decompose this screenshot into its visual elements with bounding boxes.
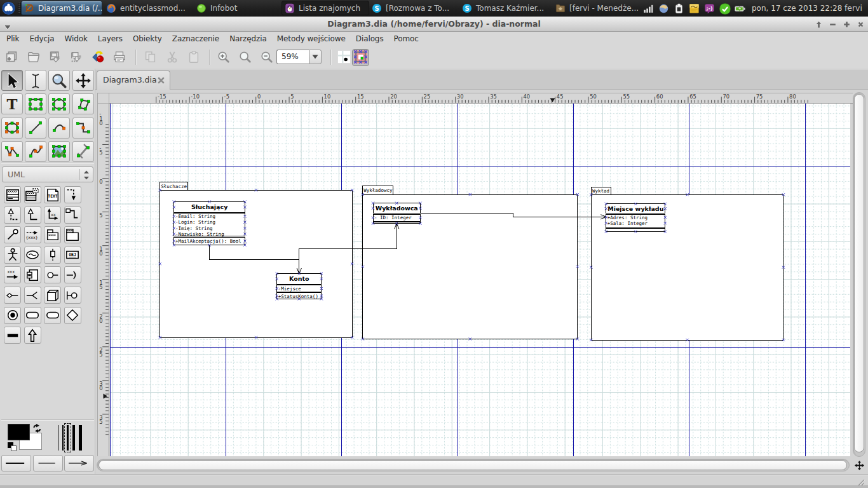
revert-button[interactable] — [91, 50, 105, 64]
applications-menu-icon[interactable] — [1, 1, 16, 15]
tool-scroll[interactable] — [72, 70, 94, 91]
shape-uml-implements[interactable] — [4, 226, 21, 243]
menu-layers[interactable]: Layers — [93, 32, 128, 46]
menu-zaznaczenie[interactable]: Zaznaczenie — [167, 32, 224, 46]
uml-class-1[interactable]: Słuchający-Email: String-Login: String-I… — [174, 202, 245, 245]
doc-open-button[interactable] — [27, 50, 41, 64]
doc-save-as-button[interactable] — [70, 50, 84, 64]
shape-uml-package-large[interactable] — [64, 226, 81, 243]
tool-polygon[interactable] — [72, 93, 94, 114]
tool-zigzagline[interactable] — [72, 118, 94, 139]
uml-class-2[interactable]: Konto-Miejsce+StatusKonta() — [277, 274, 322, 299]
tool-image[interactable] — [48, 141, 70, 162]
shape-uml-lifeline[interactable] — [44, 247, 61, 264]
menu-edycja[interactable]: Edycja — [24, 32, 59, 46]
close-button[interactable] — [854, 18, 867, 30]
zoom-in-button[interactable] — [217, 50, 231, 64]
doc-save-button[interactable] — [48, 50, 62, 64]
horizontal-scrollbar[interactable] — [97, 459, 850, 471]
doc-new-button[interactable] — [5, 50, 19, 64]
copy-button[interactable] — [144, 50, 158, 64]
line-style-button[interactable] — [33, 455, 63, 471]
shape-uml-note[interactable]: TEXT — [44, 186, 61, 203]
line-width-5[interactable] — [79, 425, 82, 451]
shape-uml-iface-provided[interactable] — [44, 266, 61, 283]
shape-uml-generalization[interactable] — [24, 207, 41, 224]
vertical-scrollbar[interactable] — [853, 92, 865, 457]
grid-toggle-button[interactable] — [337, 50, 351, 64]
arrow-end-style-button[interactable] — [64, 455, 94, 471]
clipboard-icon[interactable] — [674, 3, 684, 14]
user-menu[interactable]: fervi — [844, 0, 862, 17]
zoom-out-button[interactable] — [260, 50, 274, 64]
taskbar-window-3[interactable]: Infobot — [194, 1, 281, 15]
kadu-tray-icon[interactable]: ;-) — [704, 3, 715, 14]
pan-canvas-button[interactable] — [851, 458, 867, 473]
taskbar-window-5[interactable]: S[Rozmowa z To... — [369, 1, 457, 15]
foreground-color-swatch[interactable] — [8, 424, 30, 440]
menu-pomoc[interactable]: Pomoc — [389, 32, 424, 46]
tab-diagram3[interactable]: Diagram3.dia — [97, 71, 170, 90]
taskbar-window-6[interactable]: STomasz Kaźmier... — [459, 1, 547, 15]
menu-widok[interactable]: Widok — [59, 32, 92, 46]
vertical-scrollbar-thumb[interactable] — [854, 94, 864, 452]
zoom-fit-button[interactable] — [238, 50, 252, 64]
paste-button[interactable] — [187, 50, 201, 64]
shape-uml-dependency[interactable] — [64, 186, 81, 203]
print-button[interactable] — [112, 50, 126, 64]
maximize-button[interactable] — [840, 18, 853, 30]
menu-metody-wejściowe[interactable]: Metody wejściowe — [272, 32, 351, 46]
horizontal-scrollbar-thumb[interactable] — [98, 460, 847, 470]
diagram-canvas[interactable]: SłuchaczeWykładowcyWykładSłuchający-Emai… — [110, 104, 850, 456]
notes-icon[interactable] — [689, 3, 700, 14]
tool-outline[interactable] — [72, 141, 94, 162]
shape-uml-iface-required[interactable] — [64, 266, 81, 283]
shape-uml-action[interactable] — [24, 307, 41, 324]
cut-button[interactable] — [165, 50, 179, 64]
tool-polyline[interactable] — [1, 141, 23, 162]
line-start-style-button[interactable] — [1, 455, 31, 471]
tab-close-icon[interactable] — [157, 76, 165, 85]
line-width-1[interactable] — [58, 425, 58, 451]
tool-box[interactable] — [25, 93, 46, 114]
network-signal-icon[interactable] — [643, 3, 654, 14]
taskbar-window-2[interactable]: entityclassmod... — [104, 1, 191, 15]
uml-class-4[interactable]: Miejsce wykładu+Adres: String+Sala: Inte… — [606, 204, 665, 232]
tool-pointer[interactable] — [1, 70, 23, 91]
shape-uml-package-small[interactable] — [44, 226, 61, 243]
tool-magnify[interactable] — [48, 70, 70, 91]
shape-uml-component[interactable] — [24, 266, 41, 283]
shape-uml-transition[interactable] — [24, 327, 41, 344]
taskbar-window-4[interactable]: Lista znajomych — [281, 1, 369, 15]
tool-beziergon[interactable] — [1, 118, 23, 139]
shape-uml-usecase[interactable] — [24, 247, 41, 264]
shape-uml-object[interactable]: OBJ — [64, 247, 81, 264]
sheet-selector[interactable]: UML — [2, 166, 93, 182]
cp-toggle-button[interactable] — [354, 50, 368, 64]
shape-uml-node[interactable] — [44, 287, 61, 304]
shape-uml-assoc-qualified[interactable] — [64, 207, 81, 224]
tool-arc[interactable] — [48, 118, 70, 139]
shape-uml-state[interactable] — [44, 307, 61, 324]
menu-dialogs[interactable]: Dialogs — [351, 32, 389, 46]
clock[interactable]: pon, 17 cze 2013 22:28 — [752, 0, 842, 17]
shape-uml-branch-fork[interactable] — [24, 287, 41, 304]
line-width-selector[interactable] — [56, 423, 88, 452]
shade-button[interactable] — [812, 18, 825, 30]
line-width-2[interactable] — [62, 425, 64, 451]
shape-uml-decision[interactable] — [64, 307, 81, 324]
shape-uml-fork-bar[interactable] — [4, 327, 21, 344]
shape-uml-class-template[interactable] — [24, 186, 41, 203]
uml-class-3[interactable]: Wykładowca- ID: Integer — [373, 203, 421, 224]
taskbar-window-1[interactable]: Diagram3.dia (/... — [21, 1, 102, 15]
shape-uml-iface-connect[interactable] — [64, 287, 81, 304]
battery-icon[interactable] — [735, 3, 745, 14]
tool-text[interactable]: T — [1, 93, 23, 114]
menu-plik[interactable]: Plik — [1, 32, 24, 46]
line-width-4[interactable] — [72, 425, 75, 451]
tool-line[interactable] — [25, 118, 46, 139]
shape-uml-actor[interactable] — [4, 247, 21, 264]
shape-uml-association[interactable]: xx — [44, 207, 61, 224]
shape-uml-constraint[interactable]: {xxx} — [24, 226, 41, 243]
tool-bezierline[interactable] — [25, 141, 46, 162]
